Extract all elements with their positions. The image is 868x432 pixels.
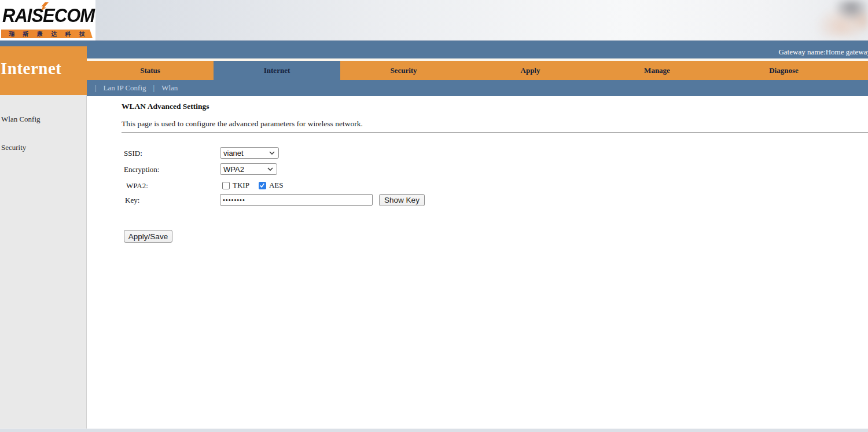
aes-checkbox-label: AES [269,181,284,190]
wpa2-cipher-options: TKIP AES [222,180,283,191]
horizontal-rule [122,132,868,133]
section-title: Internet [1,59,61,78]
page-description: This page is used to configure the advan… [122,119,363,129]
router-admin-page: RAISECOM 瑞 斯 康 达 科 技 Gateway name:Home g… [0,0,868,432]
encryption-label: Encryption: [124,165,159,174]
tagline-char: 斯 [23,30,28,38]
ssid-label: SSID: [124,149,142,158]
top-banner: RAISECOM 瑞 斯 康 达 科 技 [0,0,868,41]
subnav-separator: | [95,83,97,93]
tagline-char: 技 [79,30,85,38]
banner-photo [801,0,868,37]
page-title: WLAN Advanced Settings [122,102,209,111]
tab-diagnose[interactable]: Diagnose [720,61,847,80]
main-tabs: Status Internet Security Apply Manage Di… [87,61,868,80]
gateway-name-label: Gateway name:Home gateway [778,47,868,57]
check-icon [259,182,265,188]
brand-tagline: 瑞 斯 康 达 科 技 [1,30,93,38]
tab-security[interactable]: Security [340,61,467,80]
key-label: Key: [125,196,139,205]
top-bar: Gateway name:Home gateway [0,41,868,59]
tkip-checkbox-label: TKIP [233,181,249,190]
tab-manage[interactable]: Manage [594,61,720,80]
subnav-separator: | [153,83,155,93]
tab-internet[interactable]: Internet [214,61,340,80]
show-key-button[interactable]: Show Key [379,194,425,206]
chevron-down-icon [267,167,273,171]
tagline-char: 瑞 [9,30,14,38]
sidebar: Wlan Config Security [0,95,87,429]
key-input[interactable] [220,194,373,206]
subnav-wlan[interactable]: Wlan [161,83,178,93]
section-title-block: Internet [0,46,87,95]
logo: RAISECOM 瑞 斯 康 达 科 技 [0,0,95,41]
ssid-selected-value: vianet [223,149,244,158]
encryption-selected-value: WPA2 [223,165,244,174]
encryption-select[interactable]: WPA2 [220,163,277,175]
ssid-select[interactable]: vianet [220,147,279,159]
apply-save-button[interactable]: Apply/Save [124,230,172,243]
aes-checkbox[interactable] [259,182,266,189]
wpa2-label: WPA2: [126,181,148,191]
chevron-down-icon [269,151,275,155]
sub-nav: | Lan IP Config | Wlan [87,80,868,96]
tkip-checkbox[interactable] [222,182,230,189]
tagline-char: 科 [65,30,71,38]
subnav-lan-ip-config[interactable]: Lan IP Config [104,83,146,93]
tagline-char: 达 [51,30,57,38]
bottom-edge-strip [0,429,868,432]
sidebar-item-security[interactable]: Security [1,143,26,152]
tab-apply[interactable]: Apply [467,61,594,80]
sidebar-item-wlan-config[interactable]: Wlan Config [1,115,41,124]
tagline-char: 康 [37,30,43,38]
brand-name: RAISECOM [2,5,94,27]
tab-status[interactable]: Status [87,61,214,80]
